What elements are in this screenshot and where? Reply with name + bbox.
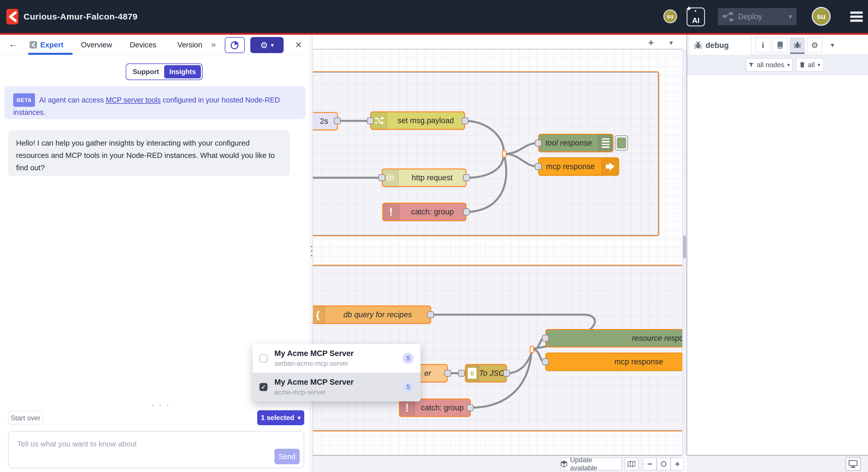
deploy-icon [722, 12, 734, 22]
instance-title: Curious-Amur-Falcon-4879 [24, 0, 137, 33]
node-input-port[interactable] [542, 358, 549, 365]
tab-expert[interactable]: Expert [40, 40, 63, 49]
sidebar-settings-button[interactable]: ⚙ [807, 38, 822, 53]
list-item[interactable]: My Acme MCP Server serban-acme-mcp-serve… [253, 344, 421, 373]
open-dashboard-button[interactable] [846, 457, 861, 471]
node-mcp-response-top[interactable]: mcp response [538, 157, 619, 176]
zoom-reset-button[interactable] [657, 458, 671, 470]
flow-list-chevron-icon[interactable]: ▾ [665, 38, 677, 48]
main-menu-icon[interactable] [850, 11, 863, 22]
start-over-button[interactable]: Start over [8, 411, 43, 425]
debug-enable-toggle[interactable] [615, 135, 628, 151]
node-input-port[interactable] [367, 117, 374, 124]
tab-overview[interactable]: Overview [81, 40, 112, 49]
top-header: Curious-Amur-Falcon-4879 su ✦ ✦ AI Deplo… [0, 0, 868, 33]
pie-chart-icon [230, 40, 240, 50]
bug-icon [794, 41, 801, 49]
tab-version[interactable]: Version [177, 40, 203, 49]
arrow-right-icon [601, 158, 618, 175]
assistant-settings-button[interactable]: ⚙ ▾ [250, 37, 284, 53]
debug-messages-button[interactable] [790, 38, 805, 53]
insights-chart-button[interactable] [225, 37, 245, 53]
tab-debug[interactable]: debug [689, 36, 751, 55]
node-catch-group-top[interactable]: ! catch: group [382, 203, 466, 221]
bug-icon [694, 41, 702, 49]
debug-list-icon [598, 135, 613, 151]
exclamation-icon: ! [400, 400, 415, 416]
active-tab-underline [28, 53, 73, 55]
avatar-large[interactable]: su [812, 7, 831, 26]
assistant-message: Hello! I can help you gather insights by… [8, 130, 290, 176]
assistant-panel: ← Expert Overview Devices Version » ⚙ ▾ … [0, 35, 310, 472]
canvas-footer: Update available − + [313, 455, 682, 472]
flowfuse-logo-icon[interactable] [6, 9, 19, 24]
tab-overflow-icon[interactable]: » [211, 40, 216, 49]
selected-servers-button[interactable]: 1 selected ▾ [257, 410, 304, 425]
filter-nodes-dropdown[interactable]: all nodes ▾ [746, 58, 793, 71]
ai-label: AI [687, 16, 704, 25]
back-icon[interactable]: ← [9, 39, 18, 49]
panel-resize-handle[interactable]: · · · [149, 400, 172, 410]
panel-splitter[interactable] [310, 35, 313, 472]
debug-sidebar: debug i ⚙ ▾ all nodes ▾ [687, 35, 868, 472]
info-button[interactable]: i [755, 38, 770, 53]
node-output-port[interactable] [334, 117, 341, 124]
zoom-in-button[interactable]: + [671, 458, 684, 470]
node-output-port[interactable] [503, 370, 510, 377]
help-button[interactable] [773, 38, 787, 53]
brace-icon: { [313, 306, 325, 323]
beta-text-before: AI agent can access [39, 96, 105, 104]
node-output-port[interactable] [467, 404, 474, 411]
toggle-support[interactable]: Support [127, 65, 164, 78]
funnel-icon [749, 63, 754, 67]
node-input-port[interactable] [458, 370, 465, 377]
canvas-vertical-scrollbar[interactable] [682, 49, 687, 455]
scrollbar-thumb[interactable] [683, 235, 686, 258]
checkbox-checked-icon[interactable]: ✓ [259, 383, 268, 391]
tool-count-badge: 5 [403, 382, 414, 392]
node-mcp-response-bottom[interactable]: mcp response [546, 353, 682, 371]
close-icon[interactable]: × [292, 38, 305, 52]
checkbox-unchecked[interactable] [259, 354, 268, 362]
ai-assistant-button[interactable]: ✦ ✦ AI [687, 7, 705, 26]
node-output-port[interactable] [463, 174, 470, 181]
node-set-msg-payload[interactable]: set msg.payload [370, 111, 465, 130]
info-icon: i [762, 40, 764, 50]
chat-input[interactable] [9, 432, 304, 468]
node-resource-response[interactable]: resource respons [546, 329, 682, 347]
json-file-icon: {} [466, 365, 479, 382]
avatar-small[interactable]: su [663, 9, 677, 23]
minimap-button[interactable] [625, 458, 639, 470]
node-tool-response[interactable]: tool response [538, 134, 613, 152]
deploy-options-chevron-icon[interactable]: ▾ [784, 8, 797, 25]
gear-icon: ⚙ [260, 40, 268, 50]
expert-tab-icon [30, 41, 37, 49]
node-to-json[interactable]: {} To JSON [465, 364, 507, 382]
tab-devices[interactable]: Devices [130, 40, 156, 49]
node-output-port[interactable] [463, 208, 470, 215]
toggle-insights[interactable]: Insights [164, 65, 201, 78]
node-output-port[interactable] [462, 117, 468, 124]
node-input-port[interactable] [542, 335, 549, 342]
sidebar-options-chevron-icon[interactable]: ▾ [831, 41, 834, 49]
list-item[interactable]: ✓ My Acme MCP Server acme-mcp-server 5 [253, 373, 421, 402]
node-input-port[interactable] [378, 174, 385, 181]
chevron-down-icon: ▾ [298, 414, 301, 421]
gear-icon: ⚙ [811, 40, 818, 50]
wire-junction[interactable] [530, 346, 534, 353]
node-db-query[interactable]: { db query for recipes [313, 305, 431, 324]
send-button[interactable]: Send [274, 449, 300, 464]
node-output-port[interactable] [427, 311, 434, 318]
clear-messages-dropdown[interactable]: all ▾ [796, 58, 824, 71]
node-input-port[interactable] [535, 163, 541, 170]
mcp-server-tools-link[interactable]: MCP server tools [105, 96, 160, 104]
update-available-button[interactable]: Update available [561, 458, 621, 470]
deploy-button[interactable]: Deploy ▾ [718, 8, 797, 25]
add-flow-button[interactable]: + [645, 37, 657, 48]
sidebar-footer [687, 455, 868, 472]
zoom-out-button[interactable]: − [643, 458, 657, 470]
node-output-port[interactable] [444, 370, 451, 377]
node-http-request[interactable]: http request [382, 169, 466, 187]
wire-junction[interactable] [502, 150, 507, 158]
node-input-port[interactable] [535, 140, 541, 146]
